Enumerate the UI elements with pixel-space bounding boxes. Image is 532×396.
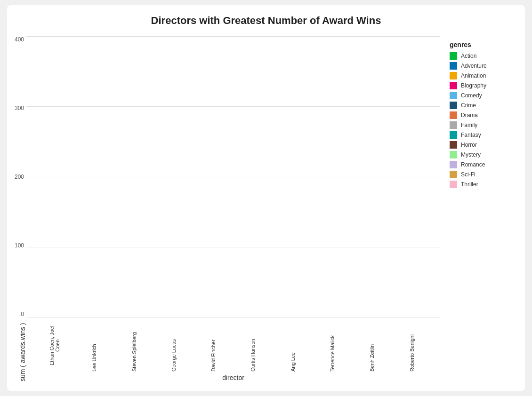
inner-plot (26, 36, 440, 317)
legend-color-fantasy (450, 131, 457, 139)
bar-group-5 (234, 36, 273, 317)
legend-color-sci-fi (450, 171, 457, 178)
legend-item-sci-fi: Sci-Fi (450, 171, 516, 178)
chart-container: Directors with Greatest Number of Award … (7, 5, 525, 391)
legend-color-adventure (450, 62, 457, 70)
x-axis-labels: Ethan Coen, Joel CoenLee UnkrichSteven S… (26, 317, 440, 372)
legend: genres ActionAdventureAnimationBiography… (450, 36, 516, 381)
x-label-3: George Lucas (155, 320, 193, 372)
bar-group-3 (153, 36, 192, 317)
legend-color-thriller (450, 181, 457, 188)
legend-item-romance: Romance (450, 161, 516, 168)
legend-item-family: Family (450, 121, 516, 129)
legend-color-romance (450, 161, 457, 168)
bar-group-9 (397, 36, 435, 317)
legend-color-comedy (450, 92, 457, 99)
plot-area: 400 300 200 100 0 (26, 36, 440, 381)
legend-color-action (450, 52, 457, 60)
legend-item-biography: Biography (450, 82, 516, 89)
legend-item-fantasy: Fantasy (450, 131, 516, 139)
legend-color-biography (450, 82, 457, 89)
chart-title: Directors with Greatest Number of Award … (151, 15, 381, 27)
legend-item-crime: Crime (450, 102, 516, 109)
x-label-7: Terrence Malick (314, 320, 351, 372)
plot-and-legend: 400 300 200 100 0 (26, 36, 516, 381)
x-label-6: Ang Lee (274, 320, 312, 372)
bar-group-2 (113, 36, 151, 317)
legend-item-comedy: Comedy (450, 92, 516, 99)
bars-container (26, 36, 440, 317)
legend-item-mystery: Mystery (450, 151, 516, 158)
legend-color-mystery (450, 151, 457, 158)
legend-item-drama: Drama (450, 111, 516, 119)
x-label-5: Curtis Hanson (234, 320, 272, 372)
legend-item-thriller: Thriller (450, 181, 516, 188)
legend-title: genres (450, 41, 516, 48)
chart-area: sum ( awards.wins ) 400 300 200 100 0 (16, 36, 516, 381)
legend-color-crime (450, 102, 457, 109)
x-label-8: Benh Zeitlin (353, 320, 391, 372)
legend-color-family (450, 121, 457, 129)
x-label-9: Roberto Benigni (393, 320, 431, 372)
legend-color-animation (450, 72, 457, 79)
legend-item-action: Action (450, 52, 516, 60)
bar-group-7 (315, 36, 354, 317)
legend-item-horror: Horror (450, 141, 516, 149)
bar-group-0 (31, 36, 70, 317)
bar-group-1 (72, 36, 110, 317)
x-label-2: Steven Spielberg (115, 320, 153, 372)
plot-wrapper: 400 300 200 100 0 (26, 36, 440, 317)
bar-group-6 (275, 36, 314, 317)
legend-color-drama (450, 111, 457, 119)
x-axis-title: director (26, 374, 440, 381)
legend-item-adventure: Adventure (450, 62, 516, 70)
bar-group-8 (356, 36, 395, 317)
legend-color-horror (450, 141, 457, 149)
bar-group-4 (193, 36, 232, 317)
legend-items: ActionAdventureAnimationBiographyComedyC… (450, 52, 516, 190)
legend-item-animation: Animation (450, 72, 516, 79)
x-label-1: Lee Unkrich (75, 320, 113, 372)
x-label-4: David Fincher (194, 320, 232, 372)
x-label-0: Ethan Coen, Joel Coen (36, 320, 73, 372)
y-axis-label: sum ( awards.wins ) (16, 36, 26, 381)
